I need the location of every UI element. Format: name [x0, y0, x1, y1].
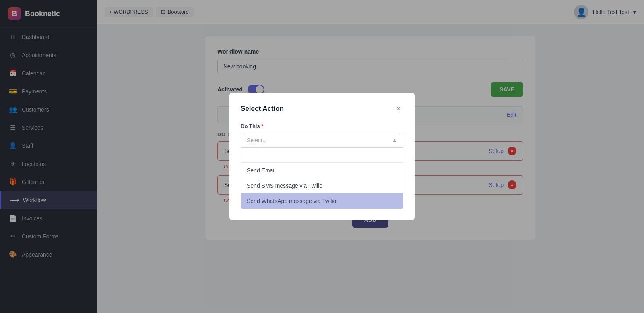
modal-title: Select Action — [241, 105, 284, 113]
option-send-whatsapp[interactable]: Send WhatsApp message via Twilio — [241, 193, 403, 209]
modal-header: Select Action × — [241, 104, 403, 114]
option-send-sms[interactable]: Send SMS message via Twilio — [241, 178, 403, 193]
dropdown-container: Send Email Send SMS message via Twilio S… — [241, 148, 403, 209]
chevron-up-icon: ▲ — [392, 137, 397, 143]
select-placeholder: Select... — [247, 137, 267, 143]
required-mark: * — [261, 123, 263, 129]
select-action-modal: Select Action × Do This * Select... ▲ Se… — [229, 93, 415, 220]
modal-overlay[interactable]: Select Action × Do This * Select... ▲ Se… — [0, 0, 644, 313]
dropdown-search-input[interactable] — [241, 148, 403, 163]
option-send-email[interactable]: Send Email — [241, 163, 403, 178]
close-icon[interactable]: × — [394, 104, 403, 114]
select-trigger[interactable]: Select... ▲ — [241, 133, 403, 148]
dropdown-options: Send Email Send SMS message via Twilio S… — [241, 163, 403, 209]
do-this-field-label: Do This * — [241, 123, 403, 129]
